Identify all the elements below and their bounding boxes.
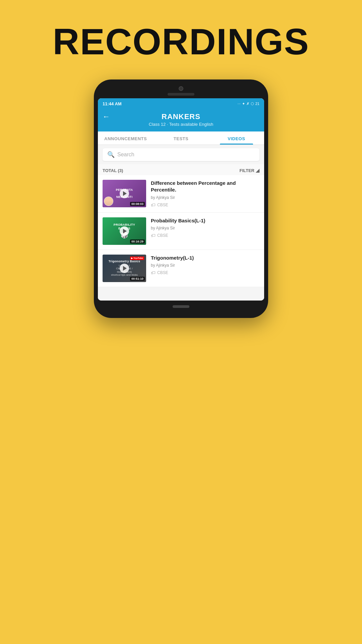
duration-badge-3: 00:51:10 <box>130 277 145 281</box>
youtube-logo: ▶ YouTube <box>130 257 144 260</box>
video-author-1: by Ajinkya Sir <box>151 195 259 200</box>
video-item-2[interactable]: PROBABILITYBASICS 🎲 00:16:29 Probability… <box>98 213 264 250</box>
tag-label-3: CBSE <box>157 270 168 275</box>
app-bar-title: RANKERS <box>162 112 200 121</box>
phone-bottom-bezel <box>98 305 264 308</box>
app-bar-subtitle: Class 12 · Tests available English <box>149 122 214 127</box>
search-bar-container: 🔍 Search <box>98 145 264 164</box>
video-info-2: Probability Basics(L-1) by Ajinkya Sir 🏷… <box>151 217 259 238</box>
tag-icon-3: 🏷 <box>151 270 156 275</box>
play-triangle-3 <box>123 266 127 271</box>
thumb-bg-1: PERCENTAVSNERCENTI 00:08:03 <box>103 180 146 207</box>
home-button[interactable] <box>173 305 189 308</box>
tabs-bar: ANNOUNCEMENTS TESTS VIDEOS <box>98 131 264 145</box>
back-button[interactable]: ← <box>103 112 110 121</box>
phone-camera <box>179 86 183 91</box>
duration-badge-2: 00:16:29 <box>130 239 145 244</box>
video-tag-2: 🏷 CBSE <box>151 233 259 238</box>
tab-videos[interactable]: VIDEOS <box>209 131 264 145</box>
phone-speaker <box>168 93 194 96</box>
status-bar: 11:44 AM ··· ✦ ✗ ⬡ 21 <box>98 98 264 109</box>
thumbnail-2: PROBABILITYBASICS 🎲 00:16:29 <box>103 217 146 245</box>
thumbnail-1: PERCENTAVSNERCENTI 00:08:03 <box>103 180 146 207</box>
duration-badge-1: 00:08:03 <box>130 202 145 206</box>
video-author-2: by Ajinkya Sir <box>151 226 259 230</box>
video-info-3: Trigonometry(L-1) by Ajinkya Sir 🏷 CBSE <box>151 255 259 275</box>
video-title-3: Trigonometry(L-1) <box>151 255 259 261</box>
status-time: 11:44 AM <box>103 101 122 106</box>
filter-label: FILTER <box>239 168 254 173</box>
video-info-1: Difference between Percentage and Percen… <box>151 180 259 208</box>
battery-icon: 21 <box>255 102 259 106</box>
play-triangle-2 <box>123 229 127 233</box>
play-button-1[interactable] <box>120 189 129 198</box>
video-item-1[interactable]: PERCENTAVSNERCENTI 00:08:03 Di <box>98 175 264 213</box>
video-tag-1: 🏷 CBSE <box>151 202 259 208</box>
app-bar: ← RANKERS Class 12 · Tests available Eng… <box>98 109 264 131</box>
video-title-1: Difference between Percentage and Percen… <box>151 180 259 194</box>
tab-announcements[interactable]: ANNOUNCEMENTS <box>98 131 153 145</box>
signal-icon: ··· <box>238 102 241 106</box>
search-input-wrap[interactable]: 🔍 Search <box>103 148 259 161</box>
page-background: RECORDINGS 11:44 AM ··· ✦ ✗ ⬡ 21 <box>0 0 362 644</box>
data-icon: ✗ <box>246 102 249 106</box>
avatar-1 <box>104 197 113 206</box>
wifi-icon: ⬡ <box>251 102 254 106</box>
play-button-2[interactable] <box>120 226 129 236</box>
play-triangle-1 <box>123 191 127 196</box>
play-button-3[interactable] <box>120 264 129 273</box>
video-list: PERCENTAVSNERCENTI 00:08:03 Di <box>98 175 264 301</box>
page-title: RECORDINGS <box>53 20 309 63</box>
list-bottom-pad <box>98 287 264 301</box>
phone-shell: 11:44 AM ··· ✦ ✗ ⬡ 21 ← RANKERS Class 12… <box>94 79 268 318</box>
thumb-main-text-3: Trigonometry Basics <box>109 260 140 263</box>
filter-icon: ◢ <box>256 168 259 173</box>
tab-tests[interactable]: TESTS <box>153 131 208 145</box>
bluetooth-icon: ✦ <box>242 102 245 106</box>
thumb-bg-2: PROBABILITYBASICS 🎲 00:16:29 <box>103 217 146 245</box>
phone-screen: 11:44 AM ··· ✦ ✗ ⬡ 21 ← RANKERS Class 12… <box>98 98 264 301</box>
filter-row: TOTAL (3) FILTER ◢ <box>98 164 264 175</box>
app-bar-row: ← RANKERS <box>103 112 259 121</box>
status-icons: ··· ✦ ✗ ⬡ 21 <box>238 102 259 106</box>
search-icon: 🔍 <box>107 151 115 158</box>
tag-icon-2: 🏷 <box>151 233 156 238</box>
thumb-bg-3: Trigonometry Basics Lecture 1CBSE /ICSE … <box>103 255 146 282</box>
video-item-3[interactable]: Trigonometry Basics Lecture 1CBSE /ICSE … <box>98 250 264 287</box>
video-title-2: Probability Basics(L-1) <box>151 217 259 224</box>
phone-top-bezel <box>98 86 264 96</box>
youtube-text: ▶ YouTube <box>131 257 143 260</box>
search-placeholder: Search <box>117 152 134 158</box>
thumbnail-3: Trigonometry Basics Lecture 1CBSE /ICSE … <box>103 255 146 282</box>
video-author-3: by Ajinkya Sir <box>151 263 259 268</box>
filter-button[interactable]: FILTER ◢ <box>239 168 259 173</box>
video-tag-3: 🏷 CBSE <box>151 270 259 275</box>
tag-icon-1: 🏷 <box>151 202 156 208</box>
tag-label-1: CBSE <box>157 203 168 207</box>
tag-label-2: CBSE <box>157 233 168 238</box>
avatar-face-1 <box>104 197 113 206</box>
total-label: TOTAL (3) <box>103 168 123 173</box>
